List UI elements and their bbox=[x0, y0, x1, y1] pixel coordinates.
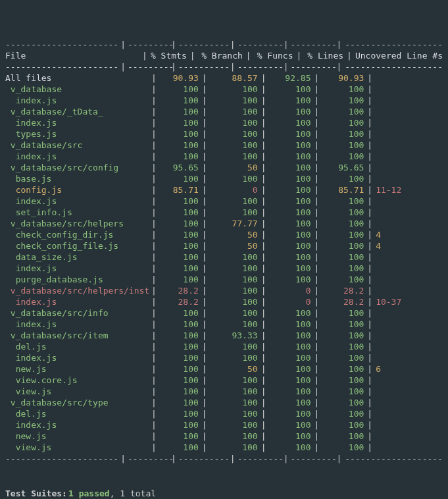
cell-branch: 100 bbox=[209, 251, 259, 263]
cell-uncov: 11-12 bbox=[374, 184, 443, 196]
table-row: v_database/src/helpers/install|28.2|100|… bbox=[5, 285, 443, 296]
table-row: index.js|100|100|100|100| bbox=[5, 117, 443, 128]
cell-lines: 100 bbox=[321, 196, 365, 207]
cell-funcs: 100 bbox=[268, 319, 312, 330]
cell-uncov: 10-37 bbox=[374, 296, 443, 307]
cell-stmts: 100 bbox=[159, 263, 200, 274]
cell-lines: 100 bbox=[321, 117, 365, 128]
cell-funcs: 100 bbox=[268, 106, 312, 117]
cell-lines: 100 bbox=[321, 95, 365, 106]
table-row: config.js|85.71|0|100|85.71|11-12 bbox=[5, 184, 443, 196]
cell-uncov bbox=[374, 419, 443, 431]
cell-funcs: 100 bbox=[268, 173, 312, 184]
cell-file: check_config_dir.js bbox=[5, 229, 149, 240]
cell-file: index.js bbox=[5, 95, 149, 106]
cell-file: view.core.js bbox=[5, 375, 149, 386]
cell-branch: 100 bbox=[209, 442, 259, 453]
cell-stmts: 100 bbox=[159, 330, 200, 341]
cell-file: index.js bbox=[5, 319, 149, 330]
cell-funcs: 100 bbox=[268, 95, 312, 106]
cell-stmts: 28.2 bbox=[159, 285, 200, 296]
table-row: All files|90.93|88.57|92.85|90.93| bbox=[5, 72, 443, 84]
cell-lines: 90.93 bbox=[321, 72, 365, 84]
cell-uncov bbox=[374, 84, 443, 95]
cell-branch: 100 bbox=[209, 375, 259, 386]
cell-branch: 100 bbox=[209, 84, 259, 95]
cell-uncov bbox=[374, 352, 443, 363]
cell-branch: 0 bbox=[209, 184, 259, 196]
cell-branch: 100 bbox=[209, 397, 259, 408]
cell-funcs: 100 bbox=[268, 240, 312, 251]
cell-file: index.js bbox=[5, 296, 149, 307]
cell-lines: 100 bbox=[321, 151, 365, 162]
table-row: index.js|28.2|100|0|28.2|10-37 bbox=[5, 296, 443, 307]
table-row: v_database/src/helpers|100|77.77|100|100… bbox=[5, 218, 443, 229]
cell-branch: 100 bbox=[209, 431, 259, 442]
table-row: set_info.js|100|100|100|100| bbox=[5, 207, 443, 218]
cell-stmts: 100 bbox=[159, 397, 200, 408]
cell-branch: 100 bbox=[209, 408, 259, 419]
summary-suites: Test Suites:1 passed, 1 total bbox=[5, 488, 443, 499]
cell-stmts: 100 bbox=[159, 251, 200, 263]
cell-stmts: 100 bbox=[159, 173, 200, 184]
cell-file: view.js bbox=[5, 442, 149, 453]
cell-lines: 100 bbox=[321, 240, 365, 251]
cell-lines: 95.65 bbox=[321, 162, 365, 173]
cell-funcs: 100 bbox=[268, 431, 312, 442]
cell-file: v_database/src/helpers bbox=[5, 218, 149, 229]
cell-branch: 50 bbox=[209, 162, 259, 173]
cell-funcs: 100 bbox=[268, 196, 312, 207]
cell-file: set_info.js bbox=[5, 207, 149, 218]
table-row: v_database/src/config|95.65|50|100|95.65… bbox=[5, 162, 443, 173]
table-row: index.js|100|100|100|100| bbox=[5, 151, 443, 162]
cell-uncov bbox=[374, 162, 443, 173]
cell-uncov bbox=[374, 72, 443, 84]
table-row: v_database/src/item|100|93.33|100|100| bbox=[5, 330, 443, 341]
table-row: del.js|100|100|100|100| bbox=[5, 408, 443, 419]
cell-branch: 100 bbox=[209, 386, 259, 397]
cell-lines: 100 bbox=[321, 274, 365, 285]
cell-branch: 50 bbox=[209, 240, 259, 251]
cell-file: base.js bbox=[5, 173, 149, 184]
cell-file: new.js bbox=[5, 431, 149, 442]
cell-uncov bbox=[374, 341, 443, 352]
cell-file: v_database/src/config bbox=[5, 162, 149, 173]
cell-uncov: 6 bbox=[374, 363, 443, 375]
cell-lines: 100 bbox=[321, 363, 365, 375]
table-row: index.js|100|100|100|100| bbox=[5, 263, 443, 274]
table-row: index.js|100|100|100|100| bbox=[5, 352, 443, 363]
cell-uncov bbox=[374, 319, 443, 330]
cell-stmts: 100 bbox=[159, 128, 200, 140]
cell-branch: 100 bbox=[209, 307, 259, 319]
table-row: index.js|100|100|100|100| bbox=[5, 95, 443, 106]
cell-uncov: 4 bbox=[374, 229, 443, 240]
cell-stmts: 100 bbox=[159, 240, 200, 251]
cell-branch: 50 bbox=[209, 229, 259, 240]
cell-file: types.js bbox=[5, 128, 149, 140]
cell-stmts: 90.93 bbox=[159, 72, 200, 84]
cell-file: v_database/_tData_ bbox=[5, 106, 149, 117]
cell-stmts: 100 bbox=[159, 341, 200, 352]
cell-uncov bbox=[374, 95, 443, 106]
cell-file: v_database/src bbox=[5, 140, 149, 151]
cell-funcs: 100 bbox=[268, 184, 312, 196]
cell-stmts: 100 bbox=[159, 319, 200, 330]
cell-branch: 100 bbox=[209, 263, 259, 274]
cell-uncov bbox=[374, 386, 443, 397]
cell-uncov bbox=[374, 330, 443, 341]
divider-row: ---------------------------|---------|--… bbox=[5, 61, 443, 72]
cell-file: index.js bbox=[5, 352, 149, 363]
cell-lines: 85.71 bbox=[321, 184, 365, 196]
cell-file: purge_database.js bbox=[5, 274, 149, 285]
cell-file: config.js bbox=[5, 184, 149, 196]
cell-branch: 100 bbox=[209, 296, 259, 307]
cell-uncov bbox=[374, 207, 443, 218]
table-row: view.core.js|100|100|100|100| bbox=[5, 375, 443, 386]
cell-uncov bbox=[374, 106, 443, 117]
table-row: types.js|100|100|100|100| bbox=[5, 128, 443, 140]
cell-funcs: 100 bbox=[268, 442, 312, 453]
cell-uncov bbox=[374, 285, 443, 296]
cell-funcs: 100 bbox=[268, 386, 312, 397]
table-row: new.js|100|100|100|100| bbox=[5, 431, 443, 442]
cell-stmts: 100 bbox=[159, 363, 200, 375]
